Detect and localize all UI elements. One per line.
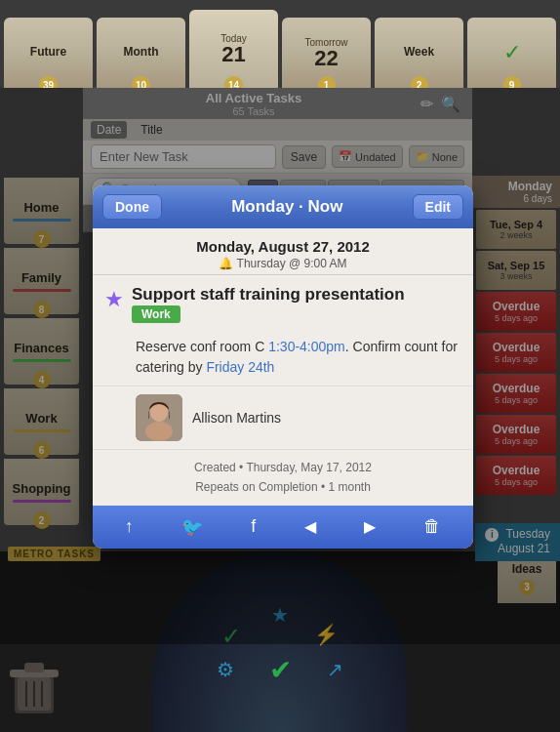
modal-done-button[interactable]: Done <box>102 194 162 220</box>
svg-rect-7 <box>24 663 44 672</box>
modal-date-row: Monday, August 27, 2012 🔔 Thursday @ 9:0… <box>93 228 473 275</box>
trash-icon <box>10 660 59 718</box>
checkmark-icon: ✓ <box>503 40 521 65</box>
prev-action-btn[interactable]: ◀ <box>297 513 324 540</box>
modal-edit-button[interactable]: Edit <box>413 194 463 220</box>
tab-today[interactable]: Today 21 14 <box>189 10 278 88</box>
modal-title: Monday · Now <box>162 197 413 217</box>
star-priority-icon[interactable]: ★ <box>104 287 124 312</box>
modal-time: 🔔 Thursday @ 9:00 AM <box>93 257 473 270</box>
folder-tabs-bar: Future 39 Month 10 Today 21 14 Tomorrow … <box>0 0 560 88</box>
trash-area <box>10 660 59 722</box>
tab-tomorrow[interactable]: Tomorrow 22 1 <box>282 18 371 88</box>
modal-actions: ↑ 🐦 f ◀ ▶ 🗑 <box>93 506 473 549</box>
gear-menu-btn[interactable]: ⚙ <box>217 658 234 681</box>
facebook-action-btn[interactable]: f <box>243 512 263 541</box>
twitter-action-btn[interactable]: 🐦 <box>174 512 211 542</box>
tab-month[interactable]: Month 10 <box>97 18 185 88</box>
person-avatar <box>136 394 182 441</box>
modal-time-text: Thursday @ 9:00 AM <box>237 257 347 270</box>
tab-tomorrow-number: 22 <box>314 48 338 69</box>
tab-week-label: Week <box>404 46 434 59</box>
modal-person-row: Allison Martins <box>93 386 473 449</box>
trash-action-btn[interactable]: 🗑 <box>416 512 449 541</box>
share-out-btn[interactable]: ↗ <box>327 658 343 681</box>
tab-future[interactable]: Future 39 <box>4 18 93 88</box>
task-title-area: Support staff training presentation Work <box>132 285 461 323</box>
svg-point-2 <box>145 422 173 441</box>
modal-titlebar: Done Monday · Now Edit <box>93 185 473 228</box>
modal-body: Reserve conf room C 1:30-4:00pm. Confirm… <box>93 329 473 386</box>
repeats-text: Repeats on Completion • 1 month <box>100 477 465 497</box>
modal-task-title: Support staff training presentation <box>132 285 461 305</box>
tab-today-number: 21 <box>221 44 245 65</box>
modal-date: Monday, August 27, 2012 <box>93 238 473 255</box>
tab-month-label: Month <box>124 46 159 59</box>
modal-task-row: ★ Support staff training presentation Wo… <box>93 275 473 329</box>
person-name: Allison Martins <box>192 410 281 426</box>
tab-week[interactable]: Week 2 <box>375 18 463 88</box>
next-action-btn[interactable]: ▶ <box>356 513 383 540</box>
share-action-btn[interactable]: ↑ <box>117 512 141 541</box>
task-detail-modal: Done Monday · Now Edit Monday, August 27… <box>93 185 473 549</box>
tab-future-label: Future <box>30 46 66 59</box>
work-category-badge: Work <box>132 305 180 323</box>
main-area: All Active Tasks 65 Tasks ✏ 🔍 Date Title… <box>0 88 560 566</box>
date-link[interactable]: Friday 24th <box>206 359 274 375</box>
avatar-svg <box>136 394 182 441</box>
modal-meta: Created • Thursday, May 17, 2012 Repeats… <box>93 449 473 506</box>
tab-done[interactable]: ✓ 9 <box>467 18 556 88</box>
time-link[interactable]: 1:30-4:00pm <box>268 339 345 354</box>
bell-icon: 🔔 <box>219 257 233 270</box>
created-text: Created • Thursday, May 17, 2012 <box>100 458 465 477</box>
checkmark-green-btn[interactable]: ✔ <box>269 654 292 686</box>
